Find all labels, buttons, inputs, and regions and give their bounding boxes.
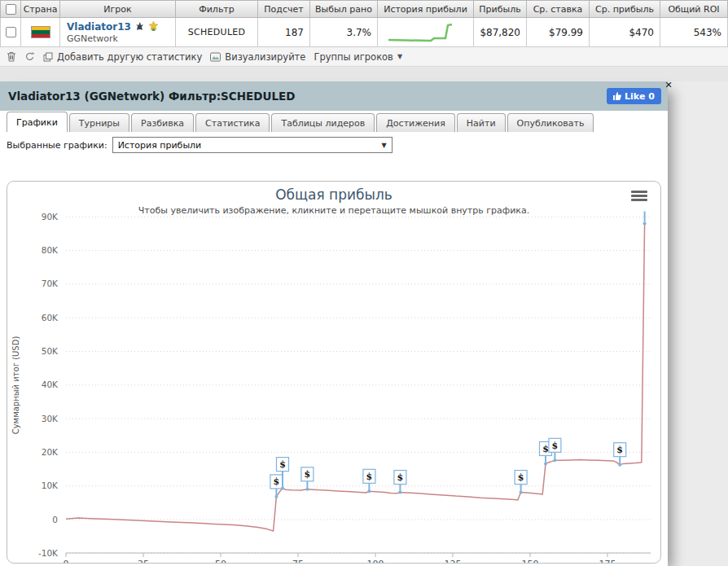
tab-Достижения[interactable]: Достижения [376,113,455,132]
player-network: GGNetwork [67,33,118,44]
svg-text:30K: 30K [42,414,59,423]
svg-text:125: 125 [445,559,462,564]
significant-win-marker[interactable]: $ [270,475,283,489]
profit-chart[interactable]: -10K010K20K30K40K50K60K70K80K90K02550751… [7,182,660,564]
avg-stake-cell: $79.99 [527,18,590,47]
chart-panel[interactable]: Общая прибыль Чтобы увеличить изображени… [7,181,661,564]
svg-text:100: 100 [367,559,384,564]
table-row: Vladiator13 GGNetwork SCHEDULED 187 3.7%… [0,18,728,47]
delete-button[interactable] [7,51,16,62]
svg-text:Суммарный итог (USD): Суммарный итог (USD) [11,336,20,435]
tab-Графики[interactable]: Графики [7,112,68,132]
svg-text:175: 175 [599,559,616,564]
svg-text:0: 0 [52,515,58,524]
busted-early-cell: 3.7% [310,18,378,47]
significant-win-marker[interactable]: $ [549,438,561,452]
svg-text:90K: 90K [42,212,59,222]
tab-bar: ГрафикиТурнирыРазбивкаСтатистикаТаблицы … [0,111,668,132]
row-checkbox[interactable] [6,27,16,37]
svg-text:80K: 80K [42,245,59,255]
svg-text:$: $ [397,472,404,483]
significant-win-marker[interactable]: $ [614,443,626,457]
svg-text:$: $ [274,476,280,487]
significant-win-marker[interactable]: $ [301,467,314,481]
tab-Таблицы лидеров[interactable]: Таблицы лидеров [271,113,375,132]
column-header-3[interactable]: Подсчет [258,0,310,18]
significant-win-marker[interactable]: $ [515,471,527,485]
svg-text:$: $ [305,469,311,480]
profit-history-cell[interactable] [378,18,474,47]
toolbar: Добавить другую статистику Визуализируйт… [0,47,728,67]
column-header-9[interactable]: Общий ROI [660,0,728,18]
image-icon [210,52,221,62]
column-header-4[interactable]: Выбыл рано [310,0,378,18]
column-header-7[interactable]: Ср. ставка [527,0,590,18]
column-header-1[interactable]: Игрок [60,0,176,18]
count-cell: 187 [258,18,310,47]
tab-Статистика[interactable]: Статистика [195,113,270,132]
profit-cell: $87,820 [474,18,527,47]
significant-win-marker[interactable]: $ [394,471,406,485]
thumb-up-icon [613,92,621,100]
add-statistic-button[interactable]: Добавить другую статистику [43,51,202,63]
svg-text:$: $ [542,444,549,454]
svg-text:$: $ [366,472,373,482]
select-arrow-icon: ▼ [381,142,386,149]
svg-text:25: 25 [138,559,149,564]
chart-select-row: Выбранные графики: История прибыли ▼ [0,132,668,153]
column-header-8[interactable]: Ср. прибыль [590,0,660,18]
visualize-label: Визуализируйте [225,51,305,63]
country-cell [21,18,60,47]
dialog-title: Vladiator13 (GGNetwork) Фильтр:SCHEDULED [8,90,295,103]
player-cell: Vladiator13 GGNetwork [60,18,176,47]
tab-Найти[interactable]: Найти [457,113,506,132]
svg-text:50: 50 [215,559,226,564]
player-dialog: ✕ Vladiator13 (GGNetwork) Фильтр:SCHEDUL… [0,81,668,566]
row-select-cell[interactable] [0,18,21,47]
chevron-down-icon: ▼ [397,53,402,60]
column-header-5[interactable]: История прибыли [378,0,474,18]
player-name-link[interactable]: Vladiator13 [67,21,131,33]
screen: СтранаИгрокФильтрПодсчетВыбыл раноИстори… [0,0,728,566]
svg-text:20K: 20K [42,447,59,457]
background-strip [0,68,728,81]
select-all-checkbox[interactable] [6,4,16,15]
svg-text:40K: 40K [42,380,59,389]
select-all-header[interactable] [0,0,21,18]
like-count: 0 [648,91,655,102]
star-badge-icon [148,21,159,32]
lithuania-flag-icon [31,26,50,38]
add-statistic-label: Добавить другую статистику [57,51,202,63]
svg-text:70K: 70K [42,279,59,288]
dialog-body: ГрафикиТурнирыРазбивкаСтатистикаТаблицы … [0,111,668,566]
facebook-like-button[interactable]: Like 0 [607,88,661,104]
significant-win-marker[interactable]: $ [277,458,289,472]
table-header-row: СтранаИгрокФильтрПодсчетВыбыл раноИстори… [0,0,728,18]
visualize-button[interactable]: Визуализируйте [210,51,305,63]
svg-text:-10K: -10K [38,548,59,558]
significant-win-marker[interactable]: $ [363,469,375,483]
profit-sparkline [385,22,467,43]
player-groups-label: Группы игроков [314,51,393,63]
add-window-icon [43,52,53,62]
column-header-6[interactable]: Прибыль [474,0,527,18]
total-roi-cell: 543% [660,18,728,47]
svg-text:$: $ [518,472,524,483]
chart-select[interactable]: История прибыли ▼ [112,137,393,153]
close-icon[interactable]: ✕ [663,80,674,91]
svg-text:$: $ [616,445,623,455]
player-groups-button[interactable]: Группы игроков ▼ [314,51,402,63]
svg-text:60K: 60K [42,313,59,322]
tab-Разбивка[interactable]: Разбивка [131,113,194,132]
refresh-icon [24,51,35,62]
svg-text:$: $ [552,441,559,451]
column-header-0[interactable]: Страна [21,0,60,18]
column-header-2[interactable]: Фильтр [176,0,258,18]
filter-cell: SCHEDULED [176,18,258,47]
dialog-header: Vladiator13 (GGNetwork) Фильтр:SCHEDULED… [0,81,668,111]
tab-Турниры[interactable]: Турниры [69,113,129,132]
refresh-button[interactable] [24,51,35,62]
avg-profit-cell: $470 [590,18,660,47]
tab-Опубликовать[interactable]: Опубликовать [507,113,594,132]
svg-text:0: 0 [64,559,69,564]
